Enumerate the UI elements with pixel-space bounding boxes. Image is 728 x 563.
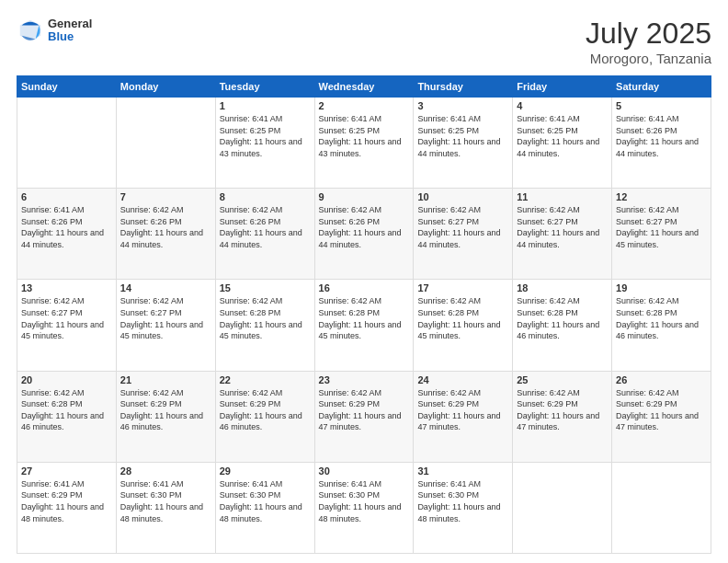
day-info: Sunrise: 6:42 AMSunset: 6:26 PMDaylight:… [120, 204, 211, 250]
calendar-title: July 2025 [586, 17, 711, 51]
day-cell: 8Sunrise: 6:42 AMSunset: 6:26 PMDaylight… [215, 189, 314, 280]
day-cell: 21Sunrise: 6:42 AMSunset: 6:29 PMDayligh… [116, 371, 215, 462]
day-number: 23 [319, 374, 410, 385]
day-cell: 15Sunrise: 6:42 AMSunset: 6:28 PMDayligh… [215, 280, 314, 371]
logo-blue: Blue [48, 30, 92, 43]
day-info: Sunrise: 6:42 AMSunset: 6:29 PMDaylight:… [517, 387, 608, 433]
day-number: 29 [220, 465, 311, 477]
day-info: Sunrise: 6:41 AMSunset: 6:26 PMDaylight:… [616, 113, 707, 159]
week-row-0: 1Sunrise: 6:41 AMSunset: 6:25 PMDaylight… [17, 98, 711, 189]
day-info: Sunrise: 6:42 AMSunset: 6:29 PMDaylight:… [120, 387, 211, 433]
day-number: 11 [517, 191, 608, 202]
day-number: 21 [120, 374, 211, 385]
day-cell: 28Sunrise: 6:41 AMSunset: 6:30 PMDayligh… [116, 462, 215, 553]
day-info: Sunrise: 6:41 AMSunset: 6:30 PMDaylight:… [120, 478, 211, 524]
day-info: Sunrise: 6:42 AMSunset: 6:27 PMDaylight:… [120, 295, 211, 341]
day-number: 26 [616, 374, 707, 385]
day-info: Sunrise: 6:42 AMSunset: 6:28 PMDaylight:… [616, 295, 707, 341]
day-info: Sunrise: 6:41 AMSunset: 6:30 PMDaylight:… [417, 478, 508, 524]
day-cell: 10Sunrise: 6:42 AMSunset: 6:27 PMDayligh… [414, 189, 513, 280]
day-cell: 4Sunrise: 6:41 AMSunset: 6:25 PMDaylight… [513, 98, 612, 189]
day-info: Sunrise: 6:41 AMSunset: 6:25 PMDaylight:… [417, 113, 508, 159]
header: General Blue July 2025 Morogoro, Tanzani… [17, 17, 711, 66]
day-cell: 24Sunrise: 6:42 AMSunset: 6:29 PMDayligh… [414, 371, 513, 462]
day-cell: 6Sunrise: 6:41 AMSunset: 6:26 PMDaylight… [17, 189, 117, 280]
day-info: Sunrise: 6:42 AMSunset: 6:28 PMDaylight:… [417, 295, 508, 341]
day-number: 4 [517, 100, 608, 111]
day-info: Sunrise: 6:41 AMSunset: 6:30 PMDaylight:… [220, 478, 311, 524]
day-info: Sunrise: 6:42 AMSunset: 6:27 PMDaylight:… [21, 295, 112, 341]
day-info: Sunrise: 6:41 AMSunset: 6:26 PMDaylight:… [21, 204, 112, 250]
day-cell [116, 98, 215, 189]
week-row-4: 27Sunrise: 6:41 AMSunset: 6:29 PMDayligh… [17, 462, 711, 553]
weekday-header-row: Sunday Monday Tuesday Wednesday Thursday… [17, 76, 711, 98]
day-cell [17, 98, 117, 189]
calendar-subtitle: Morogoro, Tanzania [586, 51, 711, 66]
day-number: 6 [21, 191, 112, 202]
day-cell: 9Sunrise: 6:42 AMSunset: 6:26 PMDaylight… [314, 189, 414, 280]
header-saturday: Saturday [612, 76, 711, 98]
week-row-2: 13Sunrise: 6:42 AMSunset: 6:27 PMDayligh… [17, 280, 711, 371]
day-number: 15 [220, 282, 311, 293]
day-number: 22 [220, 374, 311, 385]
day-info: Sunrise: 6:41 AMSunset: 6:25 PMDaylight:… [517, 113, 608, 159]
logo-text: General Blue [48, 17, 92, 44]
day-cell: 19Sunrise: 6:42 AMSunset: 6:28 PMDayligh… [612, 280, 711, 371]
day-info: Sunrise: 6:41 AMSunset: 6:25 PMDaylight:… [220, 113, 311, 159]
day-info: Sunrise: 6:42 AMSunset: 6:27 PMDaylight:… [616, 204, 707, 250]
week-row-3: 20Sunrise: 6:42 AMSunset: 6:28 PMDayligh… [17, 371, 711, 462]
day-number: 10 [417, 191, 508, 202]
day-number: 16 [319, 282, 410, 293]
day-info: Sunrise: 6:42 AMSunset: 6:29 PMDaylight:… [220, 387, 311, 433]
day-info: Sunrise: 6:42 AMSunset: 6:27 PMDaylight:… [417, 204, 508, 250]
calendar-table: Sunday Monday Tuesday Wednesday Thursday… [17, 75, 711, 554]
day-cell: 18Sunrise: 6:42 AMSunset: 6:28 PMDayligh… [513, 280, 612, 371]
day-number: 24 [417, 374, 508, 385]
day-number: 1 [220, 100, 311, 111]
day-info: Sunrise: 6:42 AMSunset: 6:27 PMDaylight:… [517, 204, 608, 250]
logo-icon [17, 17, 44, 44]
header-thursday: Thursday [414, 76, 513, 98]
day-number: 5 [616, 100, 707, 111]
day-number: 28 [120, 465, 211, 477]
day-cell: 25Sunrise: 6:42 AMSunset: 6:29 PMDayligh… [513, 371, 612, 462]
logo-general: General [48, 17, 92, 30]
day-number: 19 [616, 282, 707, 293]
logo: General Blue [17, 17, 92, 44]
day-number: 18 [517, 282, 608, 293]
day-cell [513, 462, 612, 553]
day-cell: 31Sunrise: 6:41 AMSunset: 6:30 PMDayligh… [414, 462, 513, 553]
day-cell: 23Sunrise: 6:42 AMSunset: 6:29 PMDayligh… [314, 371, 414, 462]
day-cell: 22Sunrise: 6:42 AMSunset: 6:29 PMDayligh… [215, 371, 314, 462]
day-cell: 11Sunrise: 6:42 AMSunset: 6:27 PMDayligh… [513, 189, 612, 280]
day-cell: 7Sunrise: 6:42 AMSunset: 6:26 PMDaylight… [116, 189, 215, 280]
day-cell: 12Sunrise: 6:42 AMSunset: 6:27 PMDayligh… [612, 189, 711, 280]
day-info: Sunrise: 6:41 AMSunset: 6:30 PMDaylight:… [319, 478, 410, 524]
day-cell: 30Sunrise: 6:41 AMSunset: 6:30 PMDayligh… [314, 462, 414, 553]
header-monday: Monday [116, 76, 215, 98]
day-info: Sunrise: 6:42 AMSunset: 6:28 PMDaylight:… [319, 295, 410, 341]
day-info: Sunrise: 6:41 AMSunset: 6:29 PMDaylight:… [21, 478, 112, 524]
day-number: 30 [319, 465, 410, 477]
day-cell: 26Sunrise: 6:42 AMSunset: 6:29 PMDayligh… [612, 371, 711, 462]
day-cell: 27Sunrise: 6:41 AMSunset: 6:29 PMDayligh… [17, 462, 117, 553]
day-number: 2 [319, 100, 410, 111]
day-cell: 29Sunrise: 6:41 AMSunset: 6:30 PMDayligh… [215, 462, 314, 553]
day-cell: 3Sunrise: 6:41 AMSunset: 6:25 PMDaylight… [414, 98, 513, 189]
day-cell: 1Sunrise: 6:41 AMSunset: 6:25 PMDaylight… [215, 98, 314, 189]
day-info: Sunrise: 6:42 AMSunset: 6:28 PMDaylight:… [220, 295, 311, 341]
day-number: 12 [616, 191, 707, 202]
header-sunday: Sunday [17, 76, 117, 98]
day-info: Sunrise: 6:42 AMSunset: 6:29 PMDaylight:… [417, 387, 508, 433]
page: General Blue July 2025 Morogoro, Tanzani… [0, 0, 728, 563]
day-number: 13 [21, 282, 112, 293]
day-info: Sunrise: 6:42 AMSunset: 6:29 PMDaylight:… [616, 387, 707, 433]
day-info: Sunrise: 6:42 AMSunset: 6:29 PMDaylight:… [319, 387, 410, 433]
header-tuesday: Tuesday [215, 76, 314, 98]
day-cell: 2Sunrise: 6:41 AMSunset: 6:25 PMDaylight… [314, 98, 414, 189]
week-row-1: 6Sunrise: 6:41 AMSunset: 6:26 PMDaylight… [17, 189, 711, 280]
day-cell: 20Sunrise: 6:42 AMSunset: 6:28 PMDayligh… [17, 371, 117, 462]
day-info: Sunrise: 6:42 AMSunset: 6:28 PMDaylight:… [21, 387, 112, 433]
day-cell: 13Sunrise: 6:42 AMSunset: 6:27 PMDayligh… [17, 280, 117, 371]
day-number: 3 [417, 100, 508, 111]
